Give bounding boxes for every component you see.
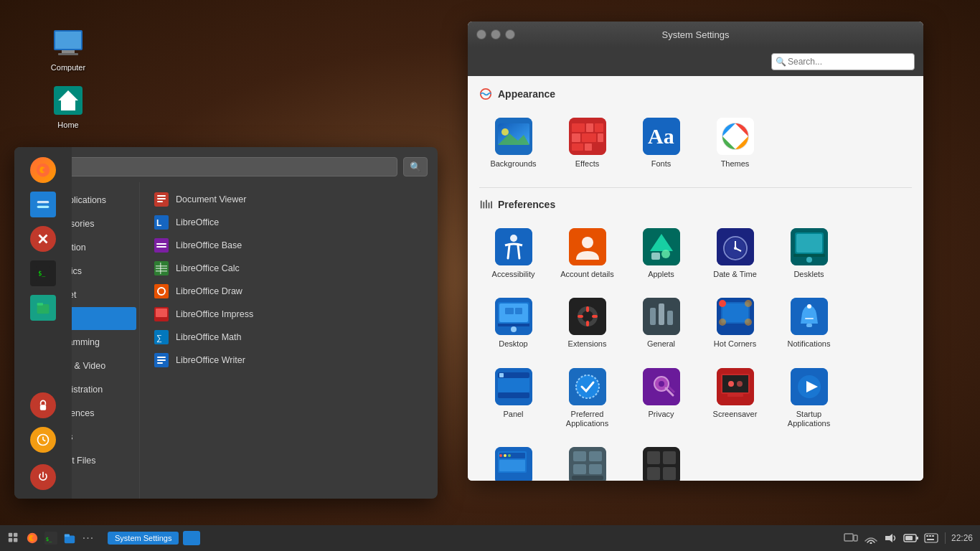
menu-search-input[interactable] xyxy=(24,157,397,176)
taskbar-network-icon[interactable] xyxy=(863,530,879,546)
svg-rect-16 xyxy=(156,265,167,267)
settings-desktop[interactable]: Desktop xyxy=(479,291,547,354)
app-item-lowriter[interactable]: LibreOffice Writer xyxy=(149,349,429,372)
settings-panel[interactable]: Panel xyxy=(479,361,547,434)
app-item-lobase[interactable]: LibreOffice Base xyxy=(149,234,429,257)
settings-startup[interactable]: Startup Applications xyxy=(775,361,843,434)
app-item-lomath[interactable]: ∑ LibreOffice Math xyxy=(149,326,429,349)
appearance-section-title: Appearance xyxy=(479,88,912,100)
svg-rect-63 xyxy=(483,202,484,209)
taskbar-grid-icon[interactable] xyxy=(6,530,22,546)
svg-point-112 xyxy=(807,304,811,309)
sidebar-power-btn[interactable] xyxy=(30,464,56,490)
svg-rect-89 xyxy=(515,308,522,314)
svg-rect-111 xyxy=(806,324,812,327)
menu-search-button[interactable]: 🔍 xyxy=(403,157,428,176)
settings-screensaver[interactable]: Screensaver xyxy=(701,361,769,434)
svg-rect-105 xyxy=(722,303,748,322)
taskbar-battery-icon[interactable] xyxy=(903,530,919,546)
svg-rect-51 xyxy=(586,123,593,132)
taskbar-keyboard-icon[interactable] xyxy=(923,530,939,546)
taskbar-clock[interactable]: 22:26 xyxy=(951,533,973,543)
app-item-loimpress[interactable]: LibreOffice Impress xyxy=(149,303,429,326)
settings-notifications[interactable]: Notifications xyxy=(775,291,843,354)
maximize-button[interactable] xyxy=(491,29,501,39)
svg-rect-143 xyxy=(573,451,586,461)
settings-preferred-apps[interactable]: Preferred Applications xyxy=(553,361,621,434)
taskbar-firefox-icon[interactable] xyxy=(24,530,40,546)
svg-text:$_: $_ xyxy=(38,270,46,277)
svg-rect-17 xyxy=(156,268,167,270)
svg-point-84 xyxy=(806,257,812,263)
settings-effects[interactable]: Effects xyxy=(553,110,621,174)
svg-point-139 xyxy=(504,454,507,457)
svg-rect-171 xyxy=(929,535,931,537)
taskbar-dots-icon[interactable]: ··· xyxy=(80,530,96,546)
startup-label: Startup Applications xyxy=(788,410,830,428)
settings-account[interactable]: Account details xyxy=(553,221,621,285)
settings-applets[interactable]: Applets xyxy=(627,221,695,285)
svg-rect-62 xyxy=(481,201,482,209)
sidebar-terminal-btn[interactable]: $_ xyxy=(30,260,56,286)
svg-line-43 xyxy=(43,440,45,441)
close-button[interactable] xyxy=(505,29,515,39)
sidebar-toggle-btn[interactable] xyxy=(30,192,56,217)
taskbar-terminal-icon[interactable]: $_ xyxy=(43,530,59,546)
taskbar-blue-square[interactable] xyxy=(183,531,200,545)
settings-privacy[interactable]: Privacy xyxy=(627,361,695,434)
svg-rect-117 xyxy=(499,373,504,377)
app-item-lodraw[interactable]: LibreOffice Draw xyxy=(149,280,429,303)
libreoffice-icon: L xyxy=(154,215,169,230)
settings-datetime[interactable]: Date & Time xyxy=(701,221,769,285)
app-item-localc[interactable]: LibreOffice Calc xyxy=(149,257,429,280)
sidebar-x-btn[interactable] xyxy=(30,226,56,252)
general-icon xyxy=(643,298,680,335)
account-icon xyxy=(569,228,606,265)
docviewer-icon xyxy=(154,192,169,207)
svg-point-68 xyxy=(510,235,517,242)
settings-search-bar: 🔍 xyxy=(468,47,923,76)
app-item-docviewer[interactable]: Document Viewer xyxy=(149,188,429,211)
taskbar-files-icon[interactable] xyxy=(62,530,77,546)
settings-accessibility[interactable]: Accessibility xyxy=(479,221,547,285)
svg-rect-13 xyxy=(156,243,166,245)
sidebar-clock-btn[interactable] xyxy=(30,427,56,453)
svg-rect-53 xyxy=(572,133,580,142)
settings-themes[interactable]: Themes xyxy=(701,110,769,174)
datetime-label: Date & Time xyxy=(713,270,757,279)
settings-desklets[interactable]: Desklets xyxy=(775,221,843,285)
svg-marker-165 xyxy=(885,534,892,542)
svg-rect-18 xyxy=(156,270,167,272)
home-icon-label: Home xyxy=(57,121,78,129)
desktop-icon-home[interactable]: Home xyxy=(39,79,97,133)
menu-search-area: 🔍 xyxy=(14,147,438,182)
svg-rect-172 xyxy=(932,535,934,537)
desklets-icon xyxy=(791,228,828,265)
app-item-libreoffice[interactable]: L LibreOffice xyxy=(149,211,429,234)
settings-extensions[interactable]: Extensions xyxy=(553,291,621,354)
svg-rect-28 xyxy=(157,357,166,358)
sidebar-lock-btn[interactable] xyxy=(30,392,56,418)
settings-fonts[interactable]: Aa Fonts xyxy=(627,110,695,174)
settings-search-input[interactable] xyxy=(771,53,915,70)
taskbar-sound-icon[interactable] xyxy=(883,530,899,546)
applets-icon xyxy=(643,228,680,265)
svg-rect-82 xyxy=(796,234,822,253)
settings-hot-corners[interactable]: Hot Corners xyxy=(701,291,769,354)
svg-rect-83 xyxy=(793,254,825,257)
settings-window-tiling[interactable]: Window Tiling xyxy=(553,440,621,481)
settings-general[interactable]: General xyxy=(627,291,695,354)
settings-backgrounds[interactable]: Backgrounds xyxy=(479,110,547,174)
menu-content: All Applications Accessories Education G… xyxy=(14,182,438,499)
settings-windows[interactable]: Windows xyxy=(479,440,547,481)
minimize-button[interactable] xyxy=(476,29,486,39)
desktop-icon-computer[interactable]: Computer xyxy=(39,22,97,76)
account-label: Account details xyxy=(560,270,614,279)
localc-icon xyxy=(154,261,169,276)
accessibility-label: Accessibility xyxy=(492,270,535,279)
settings-workspaces[interactable]: Workspaces xyxy=(627,440,695,481)
sidebar-files-btn[interactable] xyxy=(30,295,56,321)
sidebar-firefox-btn[interactable] xyxy=(30,157,56,183)
taskbar-settings-app[interactable]: System Settings xyxy=(108,532,179,545)
taskbar-display-icon[interactable] xyxy=(843,530,859,546)
